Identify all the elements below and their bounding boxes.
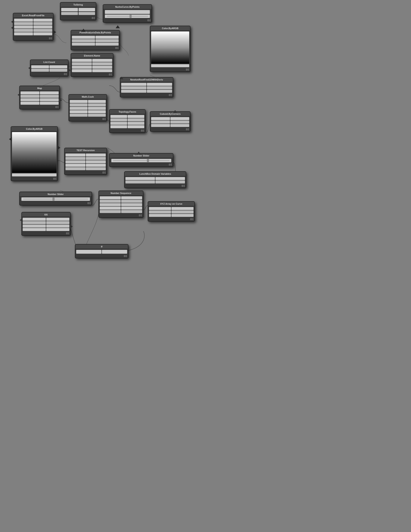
port-right-colorargb2	[57, 146, 60, 150]
node-bar-icon	[58, 106, 58, 108]
node-bar-icon	[51, 37, 52, 39]
point-analysis-header: PointAnalysisData.ByPoints	[71, 30, 119, 35]
topology-faces-node: Topology.Faces	[109, 109, 145, 133]
node-sq-icon	[115, 47, 117, 49]
color-argb-1-node: Color.ByARGB	[150, 26, 191, 72]
port-right-excel	[53, 30, 56, 34]
element-name-node: Element.Name	[71, 53, 114, 77]
excel-read-header: Excel.ReadFromFile	[13, 13, 53, 18]
node-sq-icon	[169, 94, 171, 96]
nurbs-curve-header: NurbsCurve.ByPoints	[103, 5, 152, 9]
node-sq-icon	[103, 172, 104, 173]
port-top-pointanalysis	[81, 29, 86, 32]
test-recursion-node: TEST Recursion	[64, 148, 107, 175]
node-sq-icon	[182, 185, 183, 187]
number-slider-2-header: Number Slider	[20, 192, 92, 197]
excel-read-node: Excel.ReadFromFile	[13, 13, 54, 41]
node-sq-icon	[186, 128, 188, 130]
port-top-nurbs	[115, 25, 120, 28]
toString-node: ToString	[60, 2, 96, 20]
node-bar-icon	[193, 218, 193, 220]
math-cosh-node: Math.Cosh	[68, 94, 107, 121]
newton-root-node: NewtonRootFind1DWithDeriv	[120, 77, 173, 97]
port-left-listcount	[28, 66, 31, 70]
element-name-header: Element.Name	[71, 54, 113, 58]
node-bar-icon	[150, 19, 150, 21]
number-slider-1-node: Number Slider	[109, 153, 173, 167]
if-header: If	[75, 245, 128, 249]
port-right-andand	[70, 225, 73, 228]
port-right-listcount	[68, 68, 71, 72]
test-recursion-header: TEST Recursion	[65, 148, 107, 153]
port-left-excel	[11, 20, 14, 24]
toString-header: ToString	[60, 3, 96, 7]
node-bar-icon	[184, 185, 184, 187]
node-sq-icon	[49, 38, 51, 39]
cuboid-corners-node: Cuboid.ByCorners	[150, 111, 191, 132]
port-left-excel2	[11, 26, 14, 30]
port-left-andand	[20, 218, 22, 222]
node-sq-icon	[92, 17, 94, 19]
node-sq-icon	[56, 106, 57, 108]
node-bar-icon	[171, 163, 172, 166]
port-left-map	[18, 93, 20, 96]
color-argb-2-node: Color.ByARGB	[11, 126, 58, 181]
port-top-cuboid	[173, 110, 177, 113]
lunchbox-domain-header: LunchBox Domain Variables	[124, 172, 186, 176]
port-left-colorargb2	[9, 137, 12, 141]
node-sq-icon	[53, 178, 55, 180]
node-sq-icon	[190, 218, 192, 220]
number-sequence-node: Number Sequence	[98, 190, 143, 218]
node-bar-icon	[171, 94, 172, 96]
node-bar-icon	[105, 171, 105, 174]
color-argb-1-header: Color.ByARGB	[150, 26, 190, 31]
and-and-header: &&	[22, 212, 70, 217]
map-node: Map	[19, 86, 60, 109]
node-bar-icon	[56, 178, 56, 180]
xyz-array-curve-node: XYZ Array on Curve	[148, 201, 195, 222]
node-sq-icon	[147, 19, 149, 21]
node-bar-icon	[111, 73, 112, 76]
node-bar-icon	[126, 255, 127, 257]
node-bar-icon	[94, 17, 95, 19]
newton-root-header: NewtonRootFind1DWithDeriv	[120, 77, 173, 82]
node-sq-icon	[139, 215, 141, 216]
node-sq-icon	[87, 202, 89, 204]
node-sq-icon	[66, 232, 68, 234]
if-node: If	[75, 244, 128, 258]
nurbs-curve-node: NurbsCurve.ByPoints	[103, 4, 152, 23]
number-slider-2-node: Number Slider	[19, 192, 92, 206]
node-bar-icon	[105, 118, 105, 120]
lunchbox-domain-node: LunchBox Domain Variables	[124, 171, 186, 188]
node-bar-icon	[143, 130, 144, 132]
and-and-node: &&	[21, 212, 71, 236]
list-count-node: List.Count	[30, 59, 68, 76]
color-argb-2-header: Color.ByARGB	[11, 127, 57, 131]
node-sq-icon	[169, 164, 171, 165]
node-bar-icon	[141, 214, 142, 217]
port-right-map	[59, 98, 62, 102]
node-bar-icon	[90, 202, 90, 204]
node-sq-icon	[109, 74, 111, 75]
map-header: Map	[20, 86, 59, 91]
port-top-newton	[120, 77, 123, 79]
node-sq-icon	[186, 69, 188, 70]
topology-faces-header: Topology.Faces	[110, 110, 145, 114]
node-bar-icon	[118, 47, 118, 49]
node-bar-icon	[188, 128, 189, 130]
math-cosh-header: Math.Cosh	[69, 95, 107, 99]
node-sq-icon	[124, 255, 126, 257]
node-sq-icon	[103, 118, 104, 120]
number-sequence-header: Number Sequence	[99, 191, 143, 195]
port-top-slider1	[137, 152, 140, 154]
node-bar-icon	[188, 68, 189, 71]
node-sq-icon	[141, 130, 143, 132]
node-bar-icon	[66, 73, 67, 75]
point-analysis-node: PointAnalysisData.ByPoints	[71, 30, 120, 50]
xyz-array-curve-header: XYZ Array on Curve	[148, 202, 194, 206]
cuboid-corners-header: Cuboid.ByCorners	[150, 112, 190, 116]
node-sq-icon	[64, 73, 66, 75]
node-bar-icon	[68, 232, 69, 234]
number-slider-1-header: Number Slider	[110, 153, 173, 158]
list-count-header: List.Count	[30, 60, 68, 65]
